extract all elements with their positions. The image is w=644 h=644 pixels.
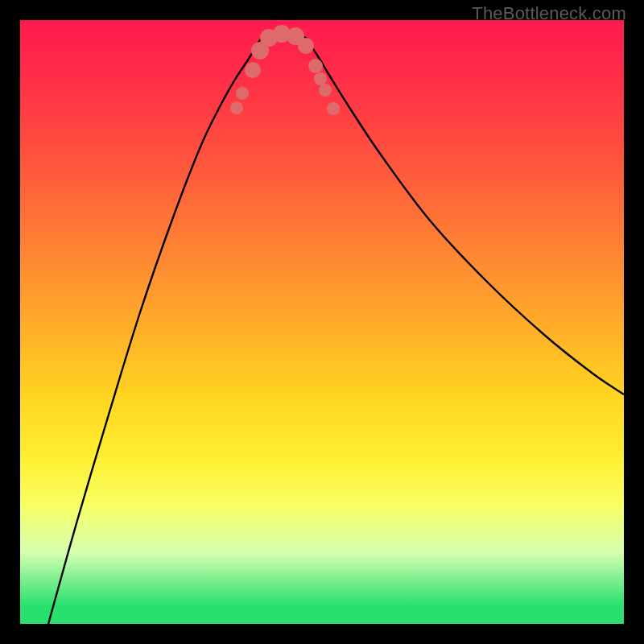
curve-layer [48,33,624,624]
chart-svg [20,20,624,624]
dot-1 [236,87,249,100]
dot-11 [327,102,340,115]
dot-7 [298,38,314,54]
curve-left-curve [48,38,262,624]
dot-10 [319,84,332,97]
dot-0 [230,101,243,114]
dots-layer [230,25,340,115]
curve-right-curve [306,38,624,394]
dot-8 [308,59,323,73]
dot-9 [314,72,327,85]
watermark-text: TheBottleneck.com [472,3,626,24]
dot-2 [245,62,261,78]
